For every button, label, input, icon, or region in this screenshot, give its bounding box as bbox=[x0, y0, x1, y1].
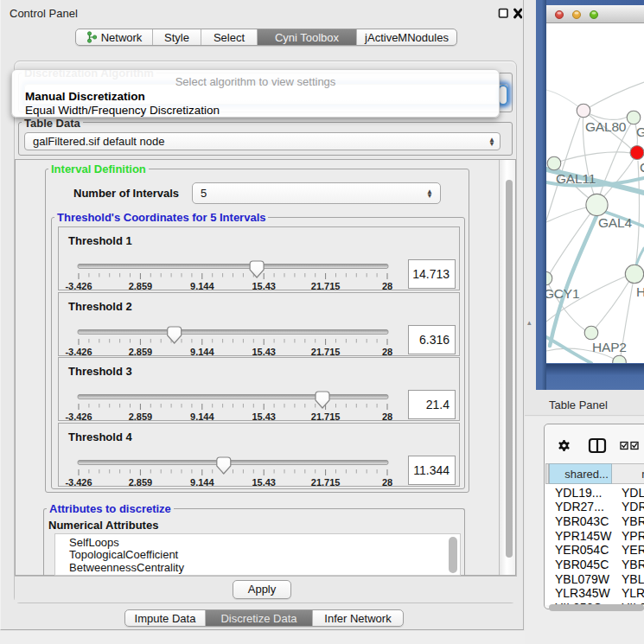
svg-text:-3.426: -3.426 bbox=[65, 411, 92, 422]
svg-text:HAP2: HAP2 bbox=[592, 340, 627, 354]
svg-text:9.144: 9.144 bbox=[190, 477, 214, 488]
svg-text:28: 28 bbox=[382, 281, 392, 291]
svg-text:21.715: 21.715 bbox=[311, 477, 341, 488]
svg-text:21.715: 21.715 bbox=[311, 281, 341, 291]
svg-text:GAL80: GAL80 bbox=[585, 119, 627, 134]
svg-text:-3.426: -3.426 bbox=[65, 347, 92, 357]
svg-text:-3.426: -3.426 bbox=[65, 281, 92, 291]
svg-text:9.144: 9.144 bbox=[190, 281, 214, 291]
svg-text:GA: GA bbox=[636, 124, 644, 139]
svg-text:28: 28 bbox=[382, 411, 392, 422]
svg-text:9.144: 9.144 bbox=[190, 347, 214, 357]
svg-text:C: C bbox=[640, 160, 644, 175]
svg-text:9.144: 9.144 bbox=[190, 411, 214, 422]
svg-text:GCY1: GCY1 bbox=[546, 286, 579, 301]
svg-text:21.715: 21.715 bbox=[311, 347, 341, 357]
svg-text:-3.426: -3.426 bbox=[65, 477, 92, 488]
svg-text:15.43: 15.43 bbox=[252, 477, 276, 488]
svg-text:28: 28 bbox=[382, 347, 392, 357]
svg-text:28: 28 bbox=[382, 477, 392, 488]
svg-text:2.859: 2.859 bbox=[129, 411, 153, 422]
svg-text:2.859: 2.859 bbox=[129, 477, 153, 488]
svg-text:15.43: 15.43 bbox=[252, 347, 276, 357]
svg-text:GAL4: GAL4 bbox=[598, 215, 632, 230]
svg-text:GAL11: GAL11 bbox=[556, 171, 596, 186]
svg-text:2.859: 2.859 bbox=[129, 281, 153, 291]
svg-text:21.715: 21.715 bbox=[311, 411, 341, 422]
svg-text:15.43: 15.43 bbox=[252, 281, 276, 291]
svg-text:H: H bbox=[636, 284, 644, 299]
svg-text:2.859: 2.859 bbox=[129, 347, 153, 357]
svg-text:15.43: 15.43 bbox=[252, 411, 276, 422]
